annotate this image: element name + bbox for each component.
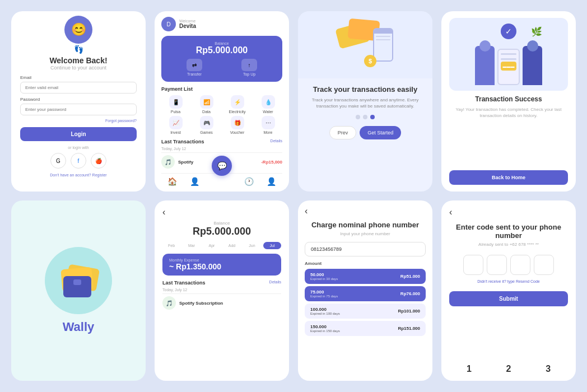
chart-transaction-info: Spotify Subscription — [179, 301, 281, 306]
code-input-2[interactable] — [487, 255, 507, 275]
details-link[interactable]: Details — [271, 139, 282, 144]
password-input[interactable] — [20, 104, 137, 115]
phone-back-arrow[interactable]: ‹ — [305, 206, 308, 216]
payment-item-voucher[interactable]: 🎁 Voucher — [223, 116, 251, 134]
chart-card: ‹ Balance Rp5.000.000 Feb Mar Apr Add Ju… — [155, 200, 289, 381]
user-name: Devita — [179, 23, 196, 29]
topup-label: Top Up — [243, 72, 255, 76]
amount-item-100[interactable]: 100.000 Expired in 100 days Rp101.000 — [305, 304, 426, 319]
chart-transaction-name: Spotify Subscription — [179, 301, 281, 306]
phone-center: ▬▬▬ — [497, 49, 520, 85]
month-add[interactable]: Add — [223, 242, 241, 249]
code-subtitle: Already sent to +62 678 **** ** — [478, 242, 539, 247]
num-key-2[interactable]: 2 — [506, 364, 511, 374]
payment-item-invest[interactable]: 📈 Invest — [161, 116, 190, 134]
month-jul[interactable]: Jul — [263, 242, 281, 249]
amount-value-75: 75.000 Expired in 75 days — [310, 290, 338, 298]
success-card: ▬▬▬ ✓ 🌿 Transaction Success Yay! Your tr… — [441, 11, 576, 192]
topup-action[interactable]: ↑ Top Up — [241, 59, 257, 76]
payment-item-electricity[interactable]: ⚡ Electricity — [223, 95, 251, 114]
payment-item-water[interactable]: 💧 Water — [254, 95, 282, 114]
google-login-button[interactable]: G — [50, 153, 66, 169]
last-transactions-title: Last Transactions — [161, 139, 271, 144]
nav-history[interactable]: 🕐 — [244, 177, 254, 186]
chat-button[interactable]: 💬 — [212, 156, 232, 176]
next-button[interactable]: Get Started — [360, 126, 401, 139]
dashboard-header: D Welcome Devita — [161, 17, 282, 31]
code-back-arrow[interactable]: ‹ — [449, 207, 452, 217]
phone-charge-title: Charge nominal phone number — [311, 221, 419, 229]
water-label: Water — [263, 110, 273, 114]
track-description: Track your transactions anywhere and any… — [307, 97, 423, 109]
month-feb[interactable]: Feb — [162, 242, 180, 249]
or-login-text: or login with — [68, 146, 88, 150]
spotify-icon: 🎵 — [161, 155, 175, 169]
forgot-password-link[interactable]: Forgot password? — [20, 119, 137, 123]
back-home-button[interactable]: Back to Home — [449, 170, 568, 185]
wally-title: Wally — [63, 320, 95, 334]
dot-3 — [370, 115, 375, 119]
track-content: Track your transactions easily Track you… — [298, 78, 432, 192]
data-label: Data — [202, 110, 211, 114]
nav-wallet[interactable]: 👤 — [190, 177, 199, 186]
submit-button[interactable]: Submit — [449, 291, 568, 306]
payment-item-games[interactable]: 🎮 Games — [192, 116, 221, 134]
electricity-icon: ⚡ — [231, 95, 244, 109]
enter-code-card: ‹ Enter code sent to your phone number A… — [441, 200, 576, 381]
numpad: 1 2 3 — [449, 364, 568, 374]
login-card: 😊 👣 Welcome Back! Continue to your accou… — [11, 11, 146, 192]
month-tabs: Feb Mar Apr Add Jun Jul — [162, 242, 281, 249]
num-key-1[interactable]: 1 — [467, 364, 472, 374]
dollar-badge: $ — [364, 55, 376, 67]
transfer-icon: ⇄ — [187, 59, 202, 71]
track-title: Track your transactions easily — [307, 85, 423, 94]
password-group: Password — [20, 97, 137, 115]
navigation-buttons: Prev Get Started — [307, 126, 423, 139]
balance-box: Balance Rp5.000.000 ⇄ Transfer ↑ Top Up — [161, 36, 282, 82]
month-mar[interactable]: Mar — [183, 242, 201, 249]
code-input-1[interactable] — [463, 255, 483, 275]
chart-transaction-date: Today, July 12 — [162, 288, 281, 292]
payment-grid: 📱 Pulsa 📶 Data ⚡ Electricity 💧 Water 📈 I… — [161, 95, 282, 134]
expense-box: Monthly Expense ~ Rp1.350.000 — [162, 254, 281, 276]
success-title: Transaction Success — [475, 95, 542, 103]
num-key-3[interactable]: 3 — [546, 364, 551, 374]
payment-item-more[interactable]: ⋯ More — [254, 116, 282, 134]
amount-item-75[interactable]: 75.000 Expired in 75 days Rp76.000 — [305, 286, 426, 301]
amount-list: 50.000 Expired in 30 days Rp51.000 75.00… — [305, 269, 426, 336]
prev-button[interactable]: Prev — [329, 126, 357, 139]
chart-back-arrow[interactable]: ‹ — [162, 207, 165, 217]
amount-item-150[interactable]: 150.000 Expired in 150 days Rp151.000 — [305, 321, 426, 336]
email-input[interactable] — [20, 82, 137, 94]
month-apr[interactable]: Apr — [203, 242, 221, 249]
more-icon: ⋯ — [262, 116, 275, 129]
amount-value-100: 100.000 Expired in 100 days — [310, 307, 340, 315]
resend-link[interactable]: Resend Code — [516, 279, 540, 283]
register-link[interactable]: Register — [92, 173, 107, 177]
code-input-3[interactable] — [510, 255, 530, 275]
nav-profile[interactable]: 👤 — [267, 177, 276, 186]
payment-list-title: Payment List — [161, 86, 282, 92]
apple-login-button[interactable]: 🍎 — [91, 153, 106, 169]
phone-number-input[interactable] — [305, 242, 426, 256]
transaction-amount: -Rp15,000 — [261, 160, 282, 165]
phone-charge-card: ‹ Charge nominal phone number Input your… — [298, 200, 432, 381]
person-right — [523, 46, 542, 85]
welcome-text: Welcome — [179, 19, 196, 23]
amount-value: 50.000 Expired in 30 days — [310, 272, 338, 281]
amount-item-50[interactable]: 50.000 Expired in 30 days Rp51.000 — [305, 269, 426, 284]
nav-home[interactable]: 🏠 — [167, 177, 177, 186]
facebook-login-button[interactable]: f — [71, 153, 86, 169]
month-jun[interactable]: Jun — [243, 242, 261, 249]
register-text: Don't have an account? Register — [50, 173, 106, 177]
password-label: Password — [20, 97, 137, 102]
payment-item-pulsa[interactable]: 📱 Pulsa — [161, 95, 190, 114]
email-label: Email — [20, 75, 137, 80]
login-button[interactable]: Login — [20, 127, 137, 141]
amount-label: Amount — [305, 261, 426, 266]
user-avatar: D — [161, 17, 176, 31]
code-input-4[interactable] — [534, 255, 554, 275]
chart-details-link[interactable]: Details — [269, 280, 281, 286]
payment-item-data[interactable]: 📶 Data — [192, 95, 221, 114]
transfer-action[interactable]: ⇄ Transfer — [187, 59, 202, 76]
